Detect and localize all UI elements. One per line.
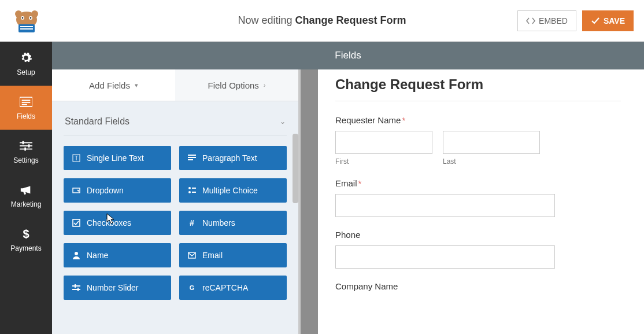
input-last-name[interactable] xyxy=(443,131,540,154)
text-icon: T xyxy=(72,153,81,163)
field-label: Numbers xyxy=(202,218,235,227)
page-title: Now editing Change Request Form xyxy=(238,14,406,27)
svg-text:G: G xyxy=(190,284,195,291)
envelope-icon xyxy=(187,251,197,260)
form-name: Change Request Form xyxy=(295,14,406,26)
field-single-line-text[interactable]: T Single Line Text xyxy=(64,146,171,170)
svg-rect-30 xyxy=(192,192,196,193)
code-icon xyxy=(526,17,535,25)
tab-field-options[interactable]: Field Options › xyxy=(175,69,298,101)
app-logo xyxy=(10,7,43,35)
chevron-down-icon: ⌄ xyxy=(280,118,286,126)
field-multiple-choice[interactable]: Multiple Choice xyxy=(179,178,287,203)
bullhorn-icon xyxy=(19,183,33,197)
rail-setup[interactable]: Setup xyxy=(0,42,52,86)
input-first-name[interactable] xyxy=(335,131,432,154)
svg-rect-14 xyxy=(20,142,32,144)
user-icon xyxy=(72,251,81,260)
dollar-icon: $ xyxy=(19,227,33,241)
svg-rect-9 xyxy=(20,28,33,30)
dropdown-icon xyxy=(72,186,81,195)
rail-marketing[interactable]: Marketing xyxy=(0,174,52,218)
svg-rect-17 xyxy=(23,141,24,145)
svg-text:$: $ xyxy=(23,227,29,240)
left-rail: Setup Fields Settings Marketing $ Paymen… xyxy=(0,42,52,334)
checkbox-icon xyxy=(72,218,81,227)
field-name[interactable]: Name xyxy=(64,243,171,267)
rail-fields[interactable]: Fields xyxy=(0,86,52,130)
group-standard-fields[interactable]: Standard Fields ⌄ xyxy=(64,111,287,135)
svg-rect-28 xyxy=(192,188,196,189)
embed-label: EMBED xyxy=(539,16,568,25)
field-label: Number Slider xyxy=(87,283,138,292)
svg-point-4 xyxy=(22,17,24,19)
svg-rect-15 xyxy=(20,145,32,146)
rail-fields-label: Fields xyxy=(17,112,35,120)
field-email[interactable]: Email xyxy=(179,243,287,267)
sliders-icon xyxy=(19,139,33,153)
rail-settings[interactable]: Settings xyxy=(0,130,52,174)
chevron-right-icon: › xyxy=(264,82,266,89)
divider xyxy=(335,101,621,101)
required-mark: * xyxy=(358,178,362,188)
check-icon xyxy=(591,17,600,25)
svg-rect-12 xyxy=(22,102,31,103)
rail-payments-label: Payments xyxy=(10,244,41,252)
field-recaptcha[interactable]: G reCAPTCHA xyxy=(179,276,287,300)
embed-button[interactable]: EMBED xyxy=(517,10,576,31)
hash-icon: # xyxy=(187,218,197,227)
svg-rect-24 xyxy=(188,157,196,158)
field-label: Name xyxy=(87,251,108,260)
svg-rect-31 xyxy=(73,219,80,226)
rail-marketing-label: Marketing xyxy=(11,200,42,208)
field-label: Single Line Text xyxy=(87,153,144,163)
section-header-label: Fields xyxy=(335,50,361,61)
svg-rect-35 xyxy=(72,285,80,287)
field-label: reCAPTCHA xyxy=(202,283,248,292)
field-checkboxes[interactable]: Checkboxes xyxy=(64,211,171,235)
field-paragraph-text[interactable]: Paragraph Text xyxy=(179,146,287,170)
form-preview: Change Request Form Requester Name* Firs… xyxy=(318,69,644,334)
svg-rect-34 xyxy=(188,252,195,258)
svg-rect-8 xyxy=(20,26,33,27)
save-button[interactable]: SAVE xyxy=(582,10,634,31)
rail-payments[interactable]: $ Payments xyxy=(0,218,52,262)
gear-icon xyxy=(19,51,33,65)
sublabel-last: Last xyxy=(443,157,540,166)
field-label: Dropdown xyxy=(87,186,124,195)
svg-point-27 xyxy=(188,187,191,189)
svg-text:#: # xyxy=(190,219,194,227)
rail-settings-label: Settings xyxy=(13,156,38,164)
svg-rect-36 xyxy=(72,289,80,290)
input-phone[interactable] xyxy=(335,245,555,269)
list-icon xyxy=(19,95,33,109)
group-title-label: Standard Fields xyxy=(65,116,129,127)
tab-field-options-label: Field Options xyxy=(208,80,258,90)
field-number-slider[interactable]: Number Slider xyxy=(64,276,171,300)
scrollbar-thumb[interactable] xyxy=(293,134,298,203)
paragraph-icon xyxy=(187,153,197,163)
multichoice-icon xyxy=(187,186,197,195)
panel-resizer[interactable] xyxy=(301,69,318,334)
label-company-name: Company Name xyxy=(335,281,621,291)
svg-point-33 xyxy=(75,252,78,255)
tab-add-fields[interactable]: Add Fields ▾ xyxy=(52,69,175,101)
field-label: Multiple Choice xyxy=(202,186,258,195)
label-email: Email* xyxy=(335,178,621,188)
top-bar: Now editing Change Request Form EMBED SA… xyxy=(0,0,644,42)
fields-panel: Add Fields ▾ Field Options › Standard Fi… xyxy=(52,69,301,334)
sublabel-first: First xyxy=(335,157,432,166)
svg-rect-19 xyxy=(24,148,26,151)
recaptcha-icon: G xyxy=(187,283,197,292)
required-mark: * xyxy=(402,115,405,125)
svg-text:T: T xyxy=(75,155,78,162)
label-phone: Phone xyxy=(335,230,621,240)
input-email[interactable] xyxy=(335,194,555,217)
field-label: Email xyxy=(202,251,223,260)
svg-point-6 xyxy=(30,17,32,19)
now-editing-label: Now editing xyxy=(238,14,292,26)
field-label: Paragraph Text xyxy=(202,153,257,163)
label-requester-name: Requester Name* xyxy=(335,115,621,125)
field-numbers[interactable]: # Numbers xyxy=(179,211,287,235)
field-dropdown[interactable]: Dropdown xyxy=(64,178,171,203)
